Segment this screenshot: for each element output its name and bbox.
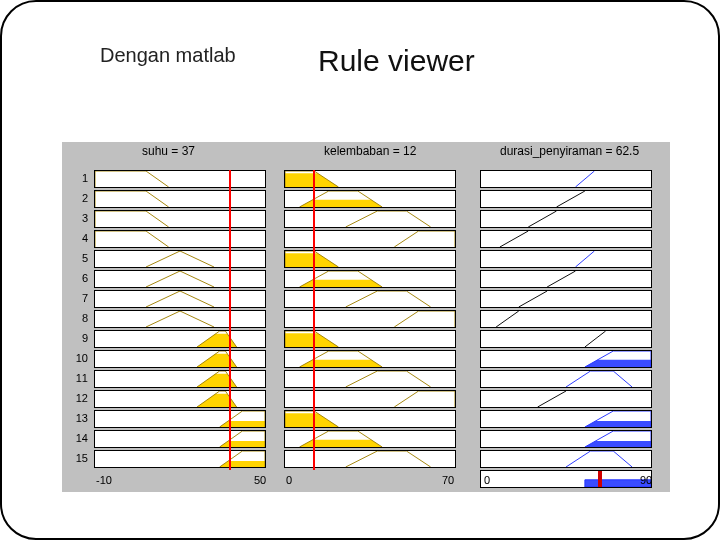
rule-row: 7: [62, 290, 670, 309]
input-line-suhu[interactable]: [229, 170, 231, 470]
input-mf-cell[interactable]: [94, 430, 266, 448]
rule-number: 6: [66, 272, 88, 284]
input-mf-cell[interactable]: [284, 370, 456, 388]
rule-number: 8: [66, 312, 88, 324]
svg-marker-0: [285, 173, 338, 187]
rule-number: 4: [66, 232, 88, 244]
input-mf-cell[interactable]: [284, 350, 456, 368]
rule-row: 10: [62, 350, 670, 369]
input-mf-cell[interactable]: [94, 290, 266, 308]
rule-row: 5: [62, 250, 670, 269]
input-mf-cell[interactable]: [94, 390, 266, 408]
input-mf-cell[interactable]: [94, 410, 266, 428]
input-mf-cell[interactable]: [94, 330, 266, 348]
rule-number: 2: [66, 192, 88, 204]
output-mf-cell: [480, 430, 652, 448]
output-mf-cell: [480, 370, 652, 388]
rule-row: 1: [62, 170, 670, 189]
tick-durasi-min: 0: [484, 474, 490, 486]
input-mf-cell[interactable]: [284, 270, 456, 288]
col-label-durasi: durasi_penyiraman = 62.5: [500, 144, 639, 158]
rule-number: 7: [66, 292, 88, 304]
slide-title: Rule viewer: [318, 44, 475, 78]
input-mf-cell[interactable]: [284, 450, 456, 468]
rule-row: 8: [62, 310, 670, 329]
output-mf-cell: [480, 310, 652, 328]
input-mf-cell[interactable]: [284, 290, 456, 308]
svg-marker-12: [285, 413, 338, 427]
input-mf-cell[interactable]: [94, 190, 266, 208]
tick-kelemb-min: 0: [286, 474, 292, 486]
svg-marker-1: [300, 200, 383, 207]
rule-row: 14: [62, 430, 670, 449]
output-mf-cell: [480, 290, 652, 308]
output-mf-cell: [480, 230, 652, 248]
tick-suhu-min: -10: [96, 474, 112, 486]
output-mf-cell: [480, 250, 652, 268]
input-mf-cell[interactable]: [94, 170, 266, 188]
tick-kelemb-max: 70: [442, 474, 454, 486]
rule-number: 12: [66, 392, 88, 404]
input-mf-cell[interactable]: [284, 410, 456, 428]
output-mf-cell: [480, 450, 652, 468]
input-mf-cell[interactable]: [284, 210, 456, 228]
rule-number: 13: [66, 412, 88, 424]
output-mf-cell: [480, 210, 652, 228]
input-mf-cell[interactable]: [284, 390, 456, 408]
rule-number: 10: [66, 352, 88, 364]
rule-row: 13: [62, 410, 670, 429]
rule-number: 3: [66, 212, 88, 224]
slide-frame: Dengan matlab Rule viewer suhu = 37 kele…: [0, 0, 720, 540]
input-mf-cell[interactable]: [94, 270, 266, 288]
rule-row: 9: [62, 330, 670, 349]
input-mf-cell[interactable]: [284, 250, 456, 268]
column-labels: suhu = 37 kelembaban = 12 durasi_penyira…: [62, 144, 670, 164]
input-mf-cell[interactable]: [94, 370, 266, 388]
output-mf-cell: [480, 190, 652, 208]
rule-number: 11: [66, 372, 88, 384]
tick-durasi-max: 90: [640, 474, 652, 486]
rule-number: 14: [66, 432, 88, 444]
slide-subtitle: Dengan matlab: [100, 44, 236, 67]
rule-number: 5: [66, 252, 88, 264]
rule-number: 15: [66, 452, 88, 464]
input-mf-cell[interactable]: [284, 190, 456, 208]
rule-number: 1: [66, 172, 88, 184]
input-line-kelembaban[interactable]: [313, 170, 315, 470]
svg-marker-3: [300, 280, 383, 287]
rule-row: 2: [62, 190, 670, 209]
rule-row: 3: [62, 210, 670, 229]
col-label-suhu: suhu = 37: [142, 144, 195, 158]
output-mf-cell: [480, 270, 652, 288]
input-mf-cell[interactable]: [94, 350, 266, 368]
rule-row: 15: [62, 450, 670, 469]
rule-row: 11: [62, 370, 670, 389]
tick-suhu-max: 50: [254, 474, 266, 486]
rule-row: 12: [62, 390, 670, 409]
input-mf-cell[interactable]: [284, 310, 456, 328]
input-mf-cell[interactable]: [284, 330, 456, 348]
rule-rows: 123456789101112131415: [62, 170, 670, 490]
rule-viewer-chart: suhu = 37 kelembaban = 12 durasi_penyira…: [62, 142, 670, 492]
svg-marker-5: [285, 333, 338, 347]
col-label-kelemb: kelembaban = 12: [324, 144, 416, 158]
rule-row: 4: [62, 230, 670, 249]
svg-marker-2: [285, 253, 338, 267]
rule-number: 9: [66, 332, 88, 344]
output-mf-cell: [480, 170, 652, 188]
svg-marker-15: [300, 440, 383, 447]
svg-marker-7: [300, 360, 383, 367]
svg-marker-8: [585, 360, 651, 367]
input-mf-cell[interactable]: [94, 230, 266, 248]
rule-row: 6: [62, 270, 670, 289]
input-mf-cell[interactable]: [94, 210, 266, 228]
input-mf-cell[interactable]: [94, 450, 266, 468]
input-mf-cell[interactable]: [94, 310, 266, 328]
axis-ticks: -10 50 0 70 0 90: [62, 474, 670, 490]
output-mf-cell: [480, 410, 652, 428]
input-mf-cell[interactable]: [94, 250, 266, 268]
input-mf-cell[interactable]: [284, 430, 456, 448]
input-mf-cell[interactable]: [284, 230, 456, 248]
input-mf-cell[interactable]: [284, 170, 456, 188]
output-mf-cell: [480, 330, 652, 348]
